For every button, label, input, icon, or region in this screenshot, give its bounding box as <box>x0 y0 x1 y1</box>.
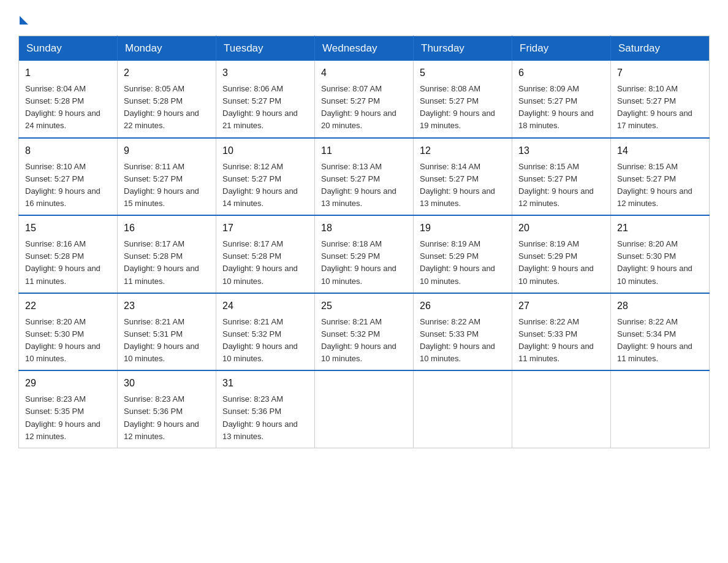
day-number: 27 <box>518 299 604 313</box>
calendar-cell: 9Sunrise: 8:11 AMSunset: 5:27 PMDaylight… <box>118 138 216 216</box>
calendar-week-row: 8Sunrise: 8:10 AMSunset: 5:27 PMDaylight… <box>19 138 710 216</box>
day-number: 30 <box>124 376 210 391</box>
calendar-cell: 1Sunrise: 8:04 AMSunset: 5:28 PMDaylight… <box>19 61 118 138</box>
logo-arrow-icon <box>20 16 28 25</box>
calendar-week-row: 22Sunrise: 8:20 AMSunset: 5:30 PMDayligh… <box>19 293 710 371</box>
day-info: Sunrise: 8:05 AMSunset: 5:28 PMDaylight:… <box>124 83 210 132</box>
day-info: Sunrise: 8:17 AMSunset: 5:28 PMDaylight:… <box>124 238 210 288</box>
page-header <box>18 12 710 23</box>
day-info: Sunrise: 8:14 AMSunset: 5:27 PMDaylight:… <box>420 161 506 210</box>
calendar-cell <box>315 370 414 448</box>
day-number: 14 <box>617 144 703 158</box>
day-info: Sunrise: 8:20 AMSunset: 5:30 PMDaylight:… <box>25 316 111 366</box>
day-info: Sunrise: 8:09 AMSunset: 5:27 PMDaylight:… <box>518 83 604 132</box>
day-info: Sunrise: 8:08 AMSunset: 5:27 PMDaylight:… <box>420 83 506 132</box>
day-number: 8 <box>25 144 111 158</box>
calendar-cell: 2Sunrise: 8:05 AMSunset: 5:28 PMDaylight… <box>118 61 216 138</box>
calendar-cell: 27Sunrise: 8:22 AMSunset: 5:33 PMDayligh… <box>512 293 611 371</box>
day-info: Sunrise: 8:18 AMSunset: 5:29 PMDaylight:… <box>321 238 407 288</box>
calendar-cell: 24Sunrise: 8:21 AMSunset: 5:32 PMDayligh… <box>216 293 315 371</box>
calendar-cell: 25Sunrise: 8:21 AMSunset: 5:32 PMDayligh… <box>315 293 414 371</box>
calendar-cell: 23Sunrise: 8:21 AMSunset: 5:31 PMDayligh… <box>118 293 216 371</box>
day-number: 18 <box>321 221 407 236</box>
day-number: 13 <box>518 144 604 158</box>
calendar-cell <box>512 370 611 448</box>
calendar-cell: 30Sunrise: 8:23 AMSunset: 5:36 PMDayligh… <box>118 370 216 448</box>
day-info: Sunrise: 8:15 AMSunset: 5:27 PMDaylight:… <box>518 161 604 210</box>
calendar-cell: 26Sunrise: 8:22 AMSunset: 5:33 PMDayligh… <box>414 293 512 371</box>
weekday-header-row: SundayMondayTuesdayWednesdayThursdayFrid… <box>19 36 710 61</box>
day-info: Sunrise: 8:19 AMSunset: 5:29 PMDaylight:… <box>518 238 604 288</box>
day-number: 21 <box>617 221 703 236</box>
day-info: Sunrise: 8:21 AMSunset: 5:31 PMDaylight:… <box>124 316 210 366</box>
calendar-cell: 12Sunrise: 8:14 AMSunset: 5:27 PMDayligh… <box>414 138 512 216</box>
day-info: Sunrise: 8:06 AMSunset: 5:27 PMDaylight:… <box>222 83 308 132</box>
day-number: 31 <box>222 376 308 391</box>
day-info: Sunrise: 8:23 AMSunset: 5:36 PMDaylight:… <box>222 393 308 443</box>
calendar-cell: 15Sunrise: 8:16 AMSunset: 5:28 PMDayligh… <box>19 215 118 293</box>
day-number: 23 <box>124 299 210 313</box>
calendar-cell: 5Sunrise: 8:08 AMSunset: 5:27 PMDaylight… <box>414 61 512 138</box>
calendar-cell: 3Sunrise: 8:06 AMSunset: 5:27 PMDaylight… <box>216 61 315 138</box>
weekday-header-thursday: Thursday <box>414 36 512 61</box>
weekday-header-friday: Friday <box>512 36 611 61</box>
day-number: 22 <box>25 299 111 313</box>
calendar-cell: 8Sunrise: 8:10 AMSunset: 5:27 PMDaylight… <box>19 138 118 216</box>
calendar-week-row: 1Sunrise: 8:04 AMSunset: 5:28 PMDaylight… <box>19 61 710 138</box>
day-number: 24 <box>222 299 308 313</box>
day-number: 20 <box>518 221 604 236</box>
calendar-cell: 7Sunrise: 8:10 AMSunset: 5:27 PMDaylight… <box>611 61 710 138</box>
day-info: Sunrise: 8:19 AMSunset: 5:29 PMDaylight:… <box>420 238 506 288</box>
calendar-cell <box>414 370 512 448</box>
weekday-header-saturday: Saturday <box>611 36 710 61</box>
day-info: Sunrise: 8:23 AMSunset: 5:36 PMDaylight:… <box>124 393 210 443</box>
calendar-cell: 22Sunrise: 8:20 AMSunset: 5:30 PMDayligh… <box>19 293 118 371</box>
day-info: Sunrise: 8:21 AMSunset: 5:32 PMDaylight:… <box>321 316 407 366</box>
calendar-week-row: 15Sunrise: 8:16 AMSunset: 5:28 PMDayligh… <box>19 215 710 293</box>
day-number: 11 <box>321 144 407 158</box>
day-number: 1 <box>25 66 111 80</box>
day-info: Sunrise: 8:13 AMSunset: 5:27 PMDaylight:… <box>321 161 407 210</box>
calendar-cell <box>611 370 710 448</box>
day-number: 28 <box>617 299 703 313</box>
day-info: Sunrise: 8:15 AMSunset: 5:27 PMDaylight:… <box>617 161 703 210</box>
calendar-cell: 14Sunrise: 8:15 AMSunset: 5:27 PMDayligh… <box>611 138 710 216</box>
calendar-cell: 11Sunrise: 8:13 AMSunset: 5:27 PMDayligh… <box>315 138 414 216</box>
calendar-cell: 19Sunrise: 8:19 AMSunset: 5:29 PMDayligh… <box>414 215 512 293</box>
day-number: 9 <box>124 144 210 158</box>
day-number: 6 <box>518 66 604 80</box>
calendar-cell: 13Sunrise: 8:15 AMSunset: 5:27 PMDayligh… <box>512 138 611 216</box>
day-info: Sunrise: 8:11 AMSunset: 5:27 PMDaylight:… <box>124 161 210 210</box>
calendar-cell: 28Sunrise: 8:22 AMSunset: 5:34 PMDayligh… <box>611 293 710 371</box>
calendar-cell: 4Sunrise: 8:07 AMSunset: 5:27 PMDaylight… <box>315 61 414 138</box>
day-info: Sunrise: 8:10 AMSunset: 5:27 PMDaylight:… <box>617 83 703 132</box>
day-info: Sunrise: 8:07 AMSunset: 5:27 PMDaylight:… <box>321 83 407 132</box>
weekday-header-sunday: Sunday <box>19 36 118 61</box>
calendar-table: SundayMondayTuesdayWednesdayThursdayFrid… <box>18 36 710 448</box>
calendar-cell: 20Sunrise: 8:19 AMSunset: 5:29 PMDayligh… <box>512 215 611 293</box>
calendar-week-row: 29Sunrise: 8:23 AMSunset: 5:35 PMDayligh… <box>19 370 710 448</box>
day-number: 17 <box>222 221 308 236</box>
calendar-cell: 18Sunrise: 8:18 AMSunset: 5:29 PMDayligh… <box>315 215 414 293</box>
day-info: Sunrise: 8:16 AMSunset: 5:28 PMDaylight:… <box>25 238 111 288</box>
calendar-cell: 29Sunrise: 8:23 AMSunset: 5:35 PMDayligh… <box>19 370 118 448</box>
day-number: 7 <box>617 66 703 80</box>
calendar-cell: 16Sunrise: 8:17 AMSunset: 5:28 PMDayligh… <box>118 215 216 293</box>
day-number: 16 <box>124 221 210 236</box>
logo <box>18 12 28 23</box>
day-info: Sunrise: 8:12 AMSunset: 5:27 PMDaylight:… <box>222 161 308 210</box>
day-info: Sunrise: 8:21 AMSunset: 5:32 PMDaylight:… <box>222 316 308 366</box>
day-info: Sunrise: 8:10 AMSunset: 5:27 PMDaylight:… <box>25 161 111 210</box>
day-info: Sunrise: 8:04 AMSunset: 5:28 PMDaylight:… <box>25 83 111 132</box>
day-number: 19 <box>420 221 506 236</box>
weekday-header-tuesday: Tuesday <box>216 36 315 61</box>
weekday-header-wednesday: Wednesday <box>315 36 414 61</box>
day-info: Sunrise: 8:22 AMSunset: 5:34 PMDaylight:… <box>617 316 703 366</box>
day-info: Sunrise: 8:17 AMSunset: 5:28 PMDaylight:… <box>222 238 308 288</box>
day-number: 10 <box>222 144 308 158</box>
day-number: 26 <box>420 299 506 313</box>
day-number: 5 <box>420 66 506 80</box>
day-number: 3 <box>222 66 308 80</box>
day-number: 4 <box>321 66 407 80</box>
day-number: 29 <box>25 376 111 391</box>
